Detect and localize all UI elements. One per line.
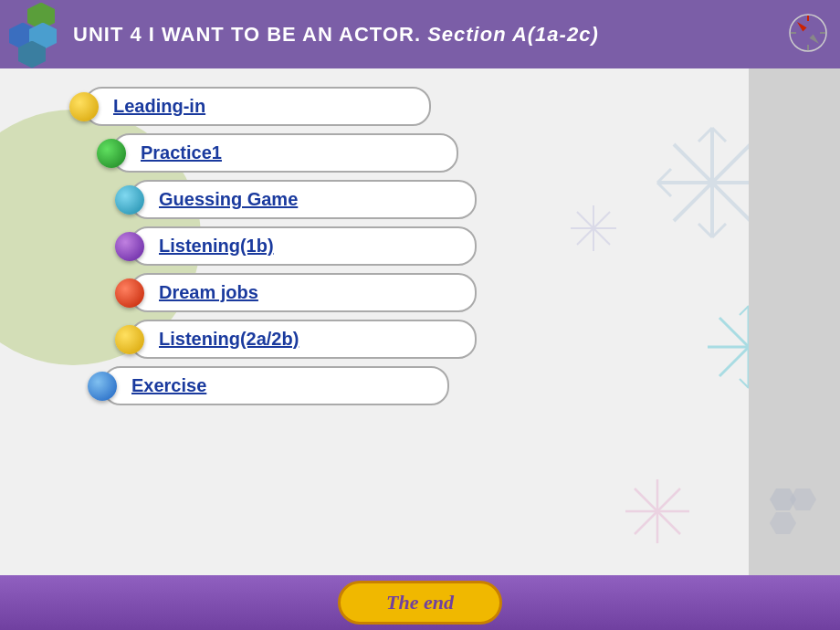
end-button[interactable]: The end [338, 581, 502, 625]
menu-item-listening-2a-2b-[interactable]: Listening(2a/2b) [100, 320, 730, 359]
svg-marker-36 [790, 488, 816, 510]
menu-item-listening-1b-[interactable]: Listening(1b) [100, 226, 730, 266]
menu-dot-5 [115, 325, 144, 354]
menu-item-leading-in[interactable]: Leading-in [55, 87, 730, 126]
menu-dot-2 [115, 185, 144, 215]
header: UNIT 4 I WANT TO BE AN ACTOR. Section A(… [0, 0, 840, 68]
navigation-icon[interactable] [785, 10, 831, 59]
menu-label-5: Listening(2a/2b) [130, 320, 477, 359]
menu-dot-1 [97, 139, 126, 168]
menu-item-practice1[interactable]: Practice1 [82, 133, 730, 173]
deco-hexagons [758, 484, 831, 557]
right-panel [749, 68, 840, 630]
menu-label-1: Practice1 [111, 133, 458, 173]
menu-dot-6 [88, 372, 117, 401]
main-content: Leading-inPractice1Guessing GameListenin… [0, 68, 749, 630]
menu-label-2: Guessing Game [130, 180, 477, 219]
menu-item-exercise[interactable]: Exercise [73, 366, 730, 405]
svg-marker-30 [809, 34, 821, 46]
logo-hex-group [9, 3, 73, 67]
menu-dot-0 [69, 92, 99, 121]
menu-item-dream-jobs[interactable]: Dream jobs [100, 273, 730, 312]
menu-dot-3 [115, 232, 144, 261]
svg-marker-29 [795, 19, 807, 31]
menu-label-0: Leading-in [84, 87, 431, 126]
svg-marker-37 [770, 512, 796, 534]
menu-dot-4 [115, 278, 144, 308]
menu-item-guessing-game[interactable]: Guessing Game [100, 180, 730, 219]
menu-label-4: Dream jobs [130, 273, 477, 312]
bottom-bar: The end [0, 575, 840, 630]
menu-label-6: Exercise [102, 366, 449, 405]
menu-list: Leading-inPractice1Guessing GameListenin… [55, 87, 730, 405]
header-title: UNIT 4 I WANT TO BE AN ACTOR. Section A(… [73, 23, 599, 47]
menu-label-3: Listening(1b) [130, 226, 477, 266]
